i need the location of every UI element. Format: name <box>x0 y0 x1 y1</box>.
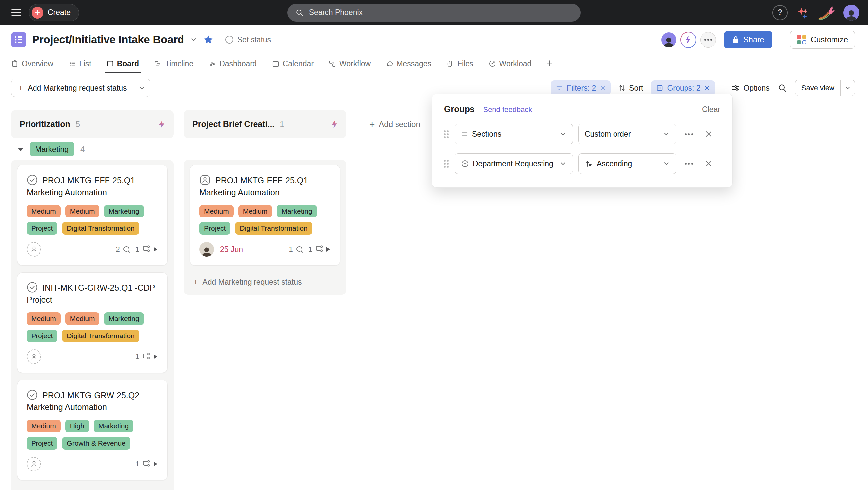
tab-overview[interactable]: Overview <box>11 55 54 73</box>
add-section-button[interactable]: + Add section <box>369 120 421 129</box>
options-label: Options <box>743 84 770 93</box>
task-card[interactable]: PROJ-MKTG-EFF-25.Q1 - Marketing Automati… <box>190 165 340 266</box>
save-view-split-button[interactable]: Save view <box>795 79 855 96</box>
check-circle-icon[interactable] <box>27 389 38 400</box>
tab-list[interactable]: List <box>69 55 91 73</box>
unassigned-avatar-icon[interactable] <box>27 350 41 364</box>
group-field-select[interactable]: Sections <box>455 124 573 144</box>
card-meta: 2 1 <box>116 245 158 254</box>
task-card[interactable]: PROJ-MKTG-EFF-25.Q1 - Marketing Automati… <box>17 165 167 266</box>
more-options-button[interactable] <box>701 32 716 48</box>
sort-button[interactable]: Sort <box>618 84 643 93</box>
hamburger-menu-icon[interactable] <box>11 9 21 16</box>
automation-bolt-icon[interactable] <box>158 120 165 129</box>
member-avatar[interactable] <box>661 32 676 47</box>
automation-bolt-avatar[interactable] <box>680 32 696 48</box>
row-more-button[interactable] <box>682 157 696 171</box>
filters-close-icon[interactable] <box>599 85 606 91</box>
add-card-button[interactable]: + Add Marketing request status <box>190 272 340 290</box>
options-button[interactable]: Options <box>731 84 770 93</box>
groups-popup-title: Groups <box>444 104 474 115</box>
expand-play-icon[interactable] <box>153 246 158 252</box>
due-date[interactable]: 25 Jun <box>220 245 243 254</box>
group-order-select[interactable]: Custom order <box>578 124 676 144</box>
add-status-label: Add Marketing request status <box>28 84 127 93</box>
help-button[interactable]: ? <box>772 5 788 20</box>
global-search[interactable] <box>287 4 581 22</box>
create-button[interactable]: + Create <box>29 4 79 21</box>
set-status-label: Set status <box>237 35 271 44</box>
assignee-avatar[interactable] <box>199 242 214 257</box>
tag: Digital Transformation <box>62 330 139 342</box>
add-card-label: Add Marketing request status <box>203 278 302 287</box>
send-feedback-link[interactable]: Send feedback <box>483 105 532 114</box>
group-count: 4 <box>80 144 85 154</box>
tab-timeline[interactable]: Timeline <box>154 55 193 73</box>
column-header-project-brief[interactable]: Project Brief Creati... 1 <box>184 110 346 138</box>
row-more-button[interactable] <box>682 127 696 141</box>
tab-board[interactable]: Board <box>106 55 139 73</box>
check-circle-icon[interactable] <box>27 282 38 293</box>
group-order-select[interactable]: Ascending <box>578 154 676 174</box>
expand-play-icon[interactable] <box>153 461 158 467</box>
user-avatar[interactable] <box>843 5 859 21</box>
task-card[interactable]: PROJ-MKTG-GRW-25.Q2 - Marketing Automati… <box>17 380 167 480</box>
unassigned-avatar-icon[interactable] <box>27 457 41 471</box>
filters-pill[interactable]: Filters: 2 <box>551 80 611 96</box>
collapse-triangle-icon[interactable] <box>18 148 24 151</box>
save-view-caret[interactable] <box>840 80 855 96</box>
subtask-count: 1 <box>308 245 312 254</box>
sparkles-ai-icon[interactable] <box>796 6 810 20</box>
add-tab-button[interactable]: + <box>547 58 553 70</box>
favorite-star-icon[interactable] <box>204 35 213 45</box>
expand-play-icon[interactable] <box>153 354 158 360</box>
groups-close-icon[interactable] <box>704 85 710 91</box>
add-status-main[interactable]: + Add Marketing request status <box>11 79 134 97</box>
row-remove-button[interactable] <box>702 157 716 171</box>
topbar: + Create ? <box>0 0 868 25</box>
tab-workflow[interactable]: Workflow <box>329 55 371 73</box>
group-chip[interactable]: Marketing <box>30 142 74 157</box>
tag: Project <box>27 222 57 235</box>
tag: Project <box>27 437 57 450</box>
subtask-icon <box>142 353 150 361</box>
card-meta: 1 <box>135 352 158 361</box>
row-remove-button[interactable] <box>702 127 716 141</box>
automation-bolt-icon[interactable] <box>331 120 338 129</box>
check-circle-icon[interactable] <box>27 174 38 186</box>
tab-messages[interactable]: Messages <box>386 55 431 73</box>
lightning-bolt-icon <box>684 35 692 44</box>
sections-icon <box>461 130 468 138</box>
subtask-icon <box>142 460 150 468</box>
add-card-button[interactable]: + Add Marketing request status <box>17 487 167 490</box>
title-chevron-down-icon[interactable] <box>190 36 197 43</box>
add-status-caret[interactable] <box>134 79 150 97</box>
save-view-main[interactable]: Save view <box>795 80 840 96</box>
tab-workload[interactable]: Workload <box>489 55 532 73</box>
card-footer: 1 <box>27 457 158 471</box>
task-card[interactable]: INIT-MKTG-GRW-25.Q1 -CDP Project Medium … <box>17 272 167 373</box>
tab-calendar[interactable]: Calendar <box>272 55 314 73</box>
column-header-prioritization[interactable]: Prioritization 5 <box>11 110 174 138</box>
tab-files[interactable]: Files <box>446 55 473 73</box>
project-list-icon[interactable] <box>11 32 26 47</box>
drag-handle-icon[interactable] <box>444 160 448 168</box>
share-button[interactable]: Share <box>724 31 772 48</box>
expand-play-icon[interactable] <box>326 246 331 252</box>
card-footer: 1 <box>27 350 158 364</box>
groups-pill[interactable]: Groups: 2 <box>651 80 715 96</box>
add-status-split-button[interactable]: + Add Marketing request status <box>11 78 150 97</box>
person-silhouette-icon <box>201 246 213 257</box>
set-status-button[interactable]: Set status <box>225 35 271 44</box>
search-input[interactable] <box>308 8 573 17</box>
page-title: Project/Initiative Intake Board <box>32 33 184 46</box>
filter-icon <box>556 84 563 92</box>
board-search-icon[interactable] <box>778 83 787 93</box>
tab-dashboard[interactable]: Dashboard <box>209 55 257 73</box>
group-field-select[interactable]: Department Requesting <box>455 154 573 174</box>
unassigned-avatar-icon[interactable] <box>27 242 41 257</box>
customize-button[interactable]: Customize <box>790 31 855 49</box>
drag-handle-icon[interactable] <box>444 130 448 138</box>
approval-icon[interactable] <box>199 174 211 186</box>
clear-groups-button[interactable]: Clear <box>702 105 720 114</box>
